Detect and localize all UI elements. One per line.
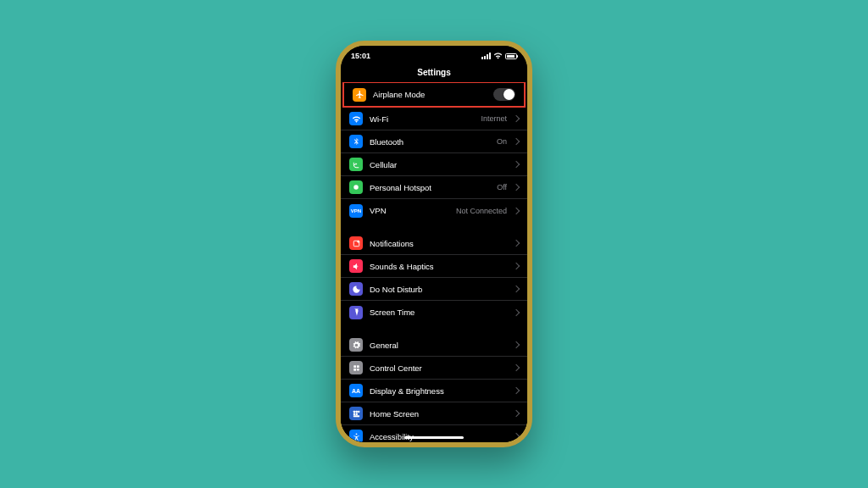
highlight-annotation: Airplane Mode xyxy=(342,82,526,108)
sounds-icon xyxy=(349,259,363,273)
row-value: Off xyxy=(497,183,507,191)
row-label: Do Not Disturb xyxy=(370,285,507,294)
row-label: Cellular xyxy=(370,160,507,169)
row-label: VPN xyxy=(370,206,449,215)
row-wifi[interactable]: Wi-Fi Internet xyxy=(341,108,527,130)
wifi-icon xyxy=(349,112,363,125)
row-control-center[interactable]: Control Center xyxy=(341,357,527,380)
settings-group-general: General Control Center AA Display & Brig… xyxy=(341,334,527,442)
volume-down-button xyxy=(336,169,337,195)
airplane-icon xyxy=(353,88,366,102)
chevron-icon xyxy=(513,433,520,440)
svg-rect-3 xyxy=(356,365,359,368)
svg-rect-2 xyxy=(353,365,356,368)
chevron-icon xyxy=(513,410,520,417)
chevron-icon xyxy=(513,286,520,292)
row-screen-time[interactable]: Screen Time xyxy=(341,301,527,324)
row-label: General xyxy=(370,341,507,350)
bluetooth-icon xyxy=(349,135,363,148)
dnd-icon xyxy=(349,282,363,296)
notch xyxy=(392,46,476,61)
svg-rect-10 xyxy=(355,413,357,414)
cellular-icon xyxy=(349,158,363,171)
row-label: Personal Hotspot xyxy=(370,183,490,192)
cellular-signal-icon xyxy=(481,53,491,59)
row-sounds-haptics[interactable]: Sounds & Haptics xyxy=(341,255,527,278)
svg-rect-8 xyxy=(358,410,359,412)
homescreen-icon xyxy=(349,407,363,420)
row-vpn[interactable]: VPN VPN Not Connected xyxy=(341,199,527,222)
battery-icon xyxy=(505,53,517,59)
vpn-icon: VPN xyxy=(349,204,363,218)
screentime-icon xyxy=(349,306,363,319)
row-personal-hotspot[interactable]: Personal Hotspot Off xyxy=(341,176,527,199)
side-button xyxy=(531,139,532,183)
row-label: Sounds & Haptics xyxy=(370,262,507,271)
row-bluetooth[interactable]: Bluetooth On xyxy=(341,130,527,153)
row-value: On xyxy=(497,137,507,146)
home-indicator[interactable] xyxy=(404,436,464,439)
svg-rect-6 xyxy=(353,410,354,412)
svg-rect-4 xyxy=(353,368,356,370)
chevron-icon xyxy=(513,161,520,168)
svg-point-12 xyxy=(355,433,357,435)
svg-point-1 xyxy=(357,240,359,242)
row-notifications[interactable]: Notifications xyxy=(341,232,527,255)
phone-frame: 15:01 Settings Airplane Mode xyxy=(336,41,532,447)
chevron-icon xyxy=(513,341,520,348)
chevron-icon xyxy=(513,364,520,371)
row-airplane-mode[interactable]: Airplane Mode xyxy=(344,83,524,106)
row-label: Home Screen xyxy=(370,409,507,419)
settings-group-network: Airplane Mode Wi-Fi Internet xyxy=(341,82,527,222)
chevron-icon xyxy=(513,240,520,247)
chevron-icon xyxy=(513,138,520,145)
row-display-brightness[interactable]: AA Display & Brightness xyxy=(341,380,527,402)
row-label: Wi-Fi xyxy=(370,114,474,124)
page-title: Settings xyxy=(341,66,527,82)
chevron-icon xyxy=(513,207,520,214)
row-general[interactable]: General xyxy=(341,334,527,357)
row-label: Screen Time xyxy=(370,308,507,317)
screen: 15:01 Settings Airplane Mode xyxy=(341,46,527,442)
chevron-icon xyxy=(513,387,520,394)
row-label: Display & Brightness xyxy=(370,386,507,396)
row-do-not-disturb[interactable]: Do Not Disturb xyxy=(341,278,527,301)
chevron-icon xyxy=(513,308,520,315)
row-cellular[interactable]: Cellular xyxy=(341,153,527,176)
row-value: Not Connected xyxy=(456,207,507,215)
settings-list[interactable]: Airplane Mode Wi-Fi Internet xyxy=(341,82,527,442)
status-indicators xyxy=(481,53,517,59)
chevron-icon xyxy=(513,263,520,269)
row-label: Bluetooth xyxy=(370,137,490,147)
svg-rect-7 xyxy=(355,410,357,412)
hotspot-icon xyxy=(349,180,363,194)
row-label: Notifications xyxy=(370,239,507,248)
svg-rect-9 xyxy=(353,413,354,414)
chevron-icon xyxy=(513,184,520,191)
row-value: Internet xyxy=(481,114,507,123)
accessibility-icon xyxy=(349,430,363,442)
svg-point-5 xyxy=(356,368,359,370)
mute-switch xyxy=(336,114,337,130)
row-label: Control Center xyxy=(370,363,507,373)
row-label: Airplane Mode xyxy=(373,90,487,99)
status-time: 15:01 xyxy=(351,52,370,60)
row-home-screen[interactable]: Home Screen xyxy=(341,402,527,425)
airplane-mode-toggle[interactable] xyxy=(493,88,515,101)
display-icon: AA xyxy=(349,384,363,397)
chevron-icon xyxy=(513,115,520,122)
row-accessibility[interactable]: Accessibility xyxy=(341,425,527,442)
svg-rect-11 xyxy=(353,415,359,417)
settings-group-notifications: Notifications Sounds & Haptics Do Not Di… xyxy=(341,232,527,324)
notifications-icon xyxy=(349,236,363,250)
general-icon xyxy=(349,338,363,352)
control-center-icon xyxy=(349,361,363,374)
wifi-status-icon xyxy=(493,53,503,59)
volume-up-button xyxy=(336,139,337,164)
